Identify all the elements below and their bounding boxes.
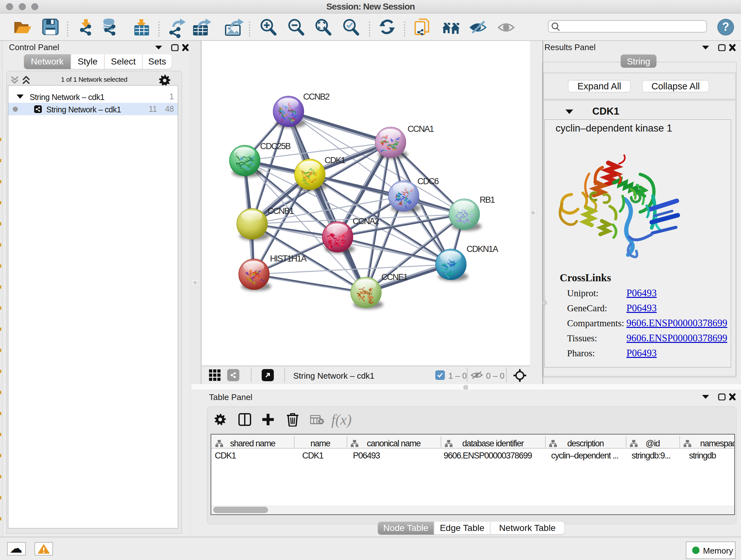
svg-text:CDK1: CDK1 — [325, 155, 345, 165]
svg-text:CCNE1: CCNE1 — [381, 272, 408, 282]
svg-text:CDKN1A: CDKN1A — [467, 244, 498, 254]
svg-text:CDC6: CDC6 — [417, 177, 439, 186]
svg-text:CCNB2: CCNB2 — [303, 92, 330, 102]
svg-text:CCNA2: CCNA2 — [353, 216, 379, 226]
svg-text:CCNA1: CCNA1 — [408, 124, 434, 134]
svg-text:CCNB1: CCNB1 — [267, 206, 294, 216]
svg-text:HIST1H1A: HIST1H1A — [270, 254, 307, 263]
svg-text:RB1: RB1 — [480, 195, 495, 205]
svg-text:CDC25B: CDC25B — [260, 141, 291, 151]
